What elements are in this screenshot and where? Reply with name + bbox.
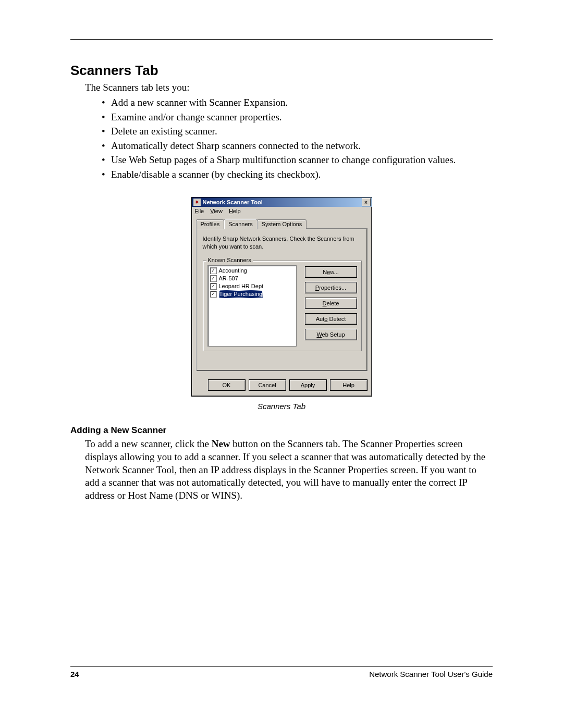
body-pre: To add a new scanner, click the [85, 438, 212, 449]
main-content: Scanners Tab The Scanners tab lets you: … [70, 63, 493, 502]
dialog-body: Profiles Scanners System Options Identif… [192, 215, 372, 375]
bullet-item: Automatically detect Sharp scanners conn… [102, 139, 493, 153]
instruction-text: Identify Sharp Network Scanners. Check t… [203, 235, 362, 250]
tab-system-options[interactable]: System Options [257, 219, 307, 229]
list-item-label: Accounting [219, 267, 247, 275]
bullet-item: Examine and/or change scanner properties… [102, 110, 493, 125]
apply-button[interactable]: Apply [289, 379, 327, 391]
footer-guide-title: Network Scanner Tool User's Guide [369, 670, 493, 678]
page-footer: 24 Network Scanner Tool User's Guide [70, 666, 493, 678]
bullet-item: Enable/disable a scanner (by checking it… [102, 167, 493, 182]
page-number: 24 [70, 670, 79, 678]
list-item-label: Tiger Purchasing [219, 290, 263, 298]
menu-file[interactable]: File [195, 208, 204, 214]
ok-button[interactable]: OK [208, 379, 246, 391]
close-icon[interactable]: × [362, 198, 371, 206]
dialog-window: ✷ Network Scanner Tool × File View Help … [191, 197, 372, 397]
cancel-button[interactable]: Cancel [249, 379, 286, 391]
button-column: New... Properties... Delete Auto Detect … [301, 265, 357, 347]
header-rule [70, 39, 493, 40]
bullet-item: Add a new scanner with Scanner Expansion… [102, 95, 493, 110]
body-paragraph: To add a new scanner, click the New butt… [85, 438, 493, 502]
checkbox-icon[interactable]: ✓ [210, 275, 217, 282]
intro-text: The Scanners tab lets you: [85, 82, 493, 93]
web-setup-button[interactable]: Web Setup [305, 329, 357, 340]
auto-detect-button[interactable]: Auto Detect [305, 313, 357, 325]
tab-profiles[interactable]: Profiles [196, 219, 225, 229]
properties-button[interactable]: Properties... [305, 282, 357, 293]
checkbox-icon[interactable]: ✓ [210, 291, 217, 298]
bullet-item: Use Web Setup pages of a Sharp multifunc… [102, 153, 493, 167]
list-item[interactable]: ✓ Leopard HR Dept [209, 282, 295, 290]
list-item[interactable]: ✓ Accounting [209, 267, 295, 275]
dialog-titlebar: ✷ Network Scanner Tool × [192, 198, 372, 207]
body-bold: New [212, 438, 230, 449]
screenshot-figure: ✷ Network Scanner Tool × File View Help … [70, 197, 493, 411]
groupbox-label: Known Scanners [206, 257, 253, 263]
dialog-title-text: Network Scanner Tool [203, 199, 362, 205]
menu-help[interactable]: Help [229, 208, 241, 214]
subheading: Adding a New Scanner [70, 425, 493, 436]
new-button[interactable]: New... [305, 266, 357, 278]
tab-scanners[interactable]: Scanners [224, 219, 257, 229]
tab-pane: Identify Sharp Network Scanners. Check t… [196, 228, 368, 371]
menu-bar: File View Help [192, 207, 372, 215]
list-item[interactable]: ✓ AR-507 [209, 275, 295, 282]
checkbox-icon[interactable]: ✓ [210, 267, 217, 274]
known-scanners-group: Known Scanners ✓ Accounting ✓ AR-507 [203, 261, 362, 351]
delete-button[interactable]: Delete [305, 298, 357, 309]
figure-caption: Scanners Tab [258, 402, 305, 411]
list-item-label: Leopard HR Dept [219, 282, 264, 290]
dialog-bottom-buttons: OK Cancel Apply Help [192, 375, 372, 396]
list-item-label: AR-507 [219, 275, 238, 282]
app-icon: ✷ [193, 199, 201, 206]
bullet-list: Add a new scanner with Scanner Expansion… [102, 95, 493, 181]
checkbox-icon[interactable]: ✓ [210, 283, 217, 290]
section-title: Scanners Tab [70, 63, 493, 79]
scanner-listbox[interactable]: ✓ Accounting ✓ AR-507 ✓ Leopard HR Dept [207, 265, 297, 347]
menu-view[interactable]: View [210, 208, 223, 214]
help-button[interactable]: Help [330, 379, 368, 391]
bullet-item: Delete an existing scanner. [102, 124, 493, 139]
tab-strip: Profiles Scanners System Options [196, 218, 368, 229]
list-item[interactable]: ✓ Tiger Purchasing [209, 290, 295, 298]
